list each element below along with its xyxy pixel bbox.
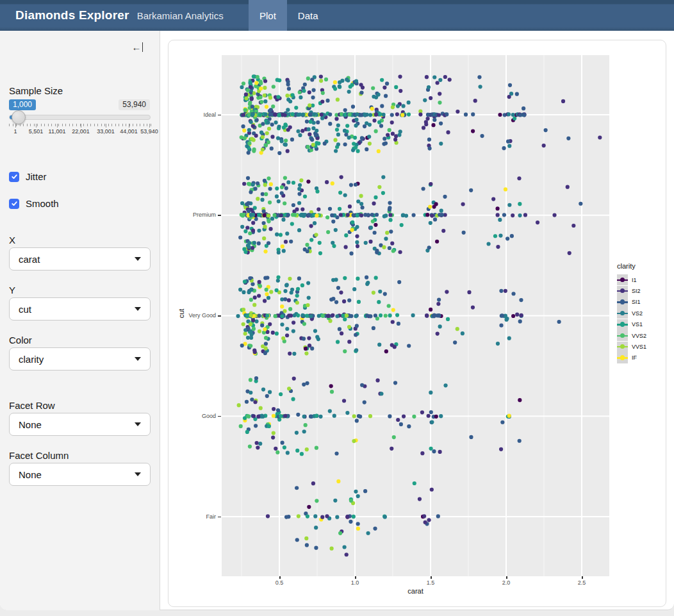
color-select[interactable]: clarity (9, 347, 151, 370)
legend-key (617, 342, 628, 353)
x-select-label: X (9, 235, 15, 246)
slider-value-badge: 1,000 (9, 99, 36, 110)
legend-key (617, 297, 628, 308)
plot-card: 0.51.01.52.02.5IdealPremiumVery GoodGood… (168, 40, 666, 607)
app-subtitle: Barkamian Analytics (137, 10, 224, 21)
legend-key (617, 274, 628, 285)
legend-key (617, 353, 628, 363)
legend-entry: SI2 (617, 285, 646, 296)
facet-column-select[interactable]: None (9, 463, 151, 486)
page-bottom-strip (0, 610, 674, 616)
slider-tick-labels: 15,50111,00122,00133,00144,00153,940 (0, 128, 160, 136)
sidebar-collapse-button[interactable]: ← (132, 42, 144, 52)
smooth-checkbox[interactable]: Smooth (9, 198, 59, 209)
chevron-down-icon (135, 357, 141, 361)
legend-entry: VS1 (617, 319, 646, 330)
chevron-down-icon (135, 422, 141, 426)
legend-entry: VVS2 (617, 330, 646, 341)
sample-size-slider[interactable] (9, 115, 151, 120)
sidebar: ← Sample Size 1,000 53,940 15,50111,0012… (0, 31, 160, 610)
legend-key (617, 319, 628, 330)
diamonds-explorer-app: Diamonds Explorer Barkamian Analytics Pl… (0, 0, 674, 616)
chevron-down-icon (135, 307, 141, 311)
chevron-down-icon (135, 472, 141, 476)
app-header: Diamonds Explorer Barkamian Analytics Pl… (0, 0, 674, 31)
nav-tabs: Plot Data (249, 0, 329, 31)
legend-key (617, 286, 628, 297)
main-content: ← Sample Size 1,000 53,940 15,50111,0012… (0, 31, 674, 610)
legend-key (617, 330, 628, 341)
legend-entry: VVS1 (617, 341, 646, 352)
facet-row-select-label: Facet Row (9, 400, 55, 411)
legend-entry: VS2 (617, 308, 646, 319)
y-select-label: Y (9, 285, 15, 296)
plot-legend: clarity I1SI2SI1VS2VS1VVS2VVS1IF (617, 262, 646, 363)
legend-title: clarity (617, 262, 646, 270)
legend-key (617, 308, 628, 319)
checkbox-check-icon (9, 199, 19, 209)
brand: Diamonds Explorer Barkamian Analytics (15, 8, 224, 22)
x-axis-title: carat (222, 587, 609, 595)
sample-size-label: Sample Size (9, 85, 63, 96)
tab-data[interactable]: Data (287, 0, 329, 31)
x-select[interactable]: carat (9, 247, 151, 271)
checkbox-check-icon (9, 172, 19, 182)
scatter-plot-panel (222, 55, 609, 576)
slider-handle[interactable] (12, 110, 26, 124)
color-select-label: Color (9, 335, 32, 345)
legend-entry: SI1 (617, 297, 646, 308)
slider-max-badge: 53,940 (119, 99, 150, 110)
facet-row-select[interactable]: None (9, 413, 151, 436)
tab-plot[interactable]: Plot (249, 0, 287, 31)
y-axis-title: cut (177, 309, 185, 319)
facet-column-select-label: Facet Column (9, 450, 69, 461)
legend-entry: IF (617, 353, 646, 363)
jitter-checkbox[interactable]: Jitter (9, 171, 47, 182)
legend-entry: I1 (617, 274, 646, 285)
y-select[interactable]: cut (9, 297, 151, 320)
chevron-down-icon (135, 257, 141, 261)
slider-ruler (9, 124, 151, 128)
collapse-bar-icon (142, 42, 144, 52)
collapse-arrow-icon: ← (132, 42, 142, 52)
app-title: Diamonds Explorer (15, 8, 129, 22)
